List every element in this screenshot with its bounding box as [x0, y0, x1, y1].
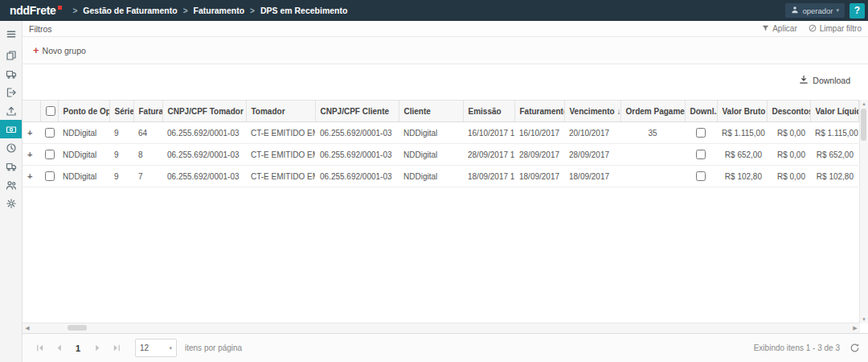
column-header-valor_bruto[interactable]: Valor Bruto: [717, 101, 767, 122]
cell-cliente: NDDigital: [399, 144, 463, 166]
cell-faturamento: 18/09/2017: [514, 166, 564, 187]
column-header-expand[interactable]: [23, 101, 40, 122]
refresh-icon[interactable]: [850, 343, 860, 353]
cell-download: [685, 122, 717, 144]
cell-fatura: 64: [133, 122, 162, 144]
cell-cliente: NDDigital: [399, 122, 463, 144]
download-icon: [799, 75, 809, 86]
history-icon[interactable]: [0, 138, 22, 157]
first-page-button[interactable]: [31, 339, 48, 357]
expand-row-button[interactable]: +: [23, 166, 40, 187]
breadcrumb-item-gestao[interactable]: Gestão de Faturamento: [83, 6, 177, 15]
pager: 1 12 ▾ itens por página Exibindo itens 1…: [23, 333, 868, 362]
cell-cnpj_tomador: 06.255.692/0001-03: [162, 144, 246, 166]
cell-cnpj_tomador: 06.255.692/0001-03: [162, 166, 246, 187]
current-page[interactable]: 1: [69, 343, 87, 353]
cell-serie: 9: [109, 166, 133, 187]
column-header-tomador[interactable]: Tomador: [246, 101, 315, 122]
row-checkbox[interactable]: [45, 150, 55, 159]
plus-icon: +: [33, 47, 39, 55]
last-page-button[interactable]: [108, 339, 125, 357]
page-size-select[interactable]: 12 ▾: [135, 339, 177, 357]
select-all-checkbox[interactable]: [46, 106, 55, 116]
cell-valor_bruto: R$ 652,00: [717, 144, 767, 166]
apply-filter-button[interactable]: Aplicar: [762, 24, 797, 34]
download-checkbox[interactable]: [696, 150, 706, 159]
column-header-faturamento[interactable]: Faturamento: [514, 101, 564, 122]
column-header-fatura[interactable]: Fatura: [133, 101, 162, 122]
chevron-right-icon: >: [183, 6, 188, 15]
vertical-scrollbar-thumb[interactable]: [861, 109, 866, 141]
download-checkbox[interactable]: [696, 171, 706, 181]
app-logo[interactable]: nddFrete: [0, 4, 73, 17]
horizontal-scrollbar[interactable]: ◀ ▶: [23, 323, 860, 333]
column-header-vencimento[interactable]: Vencimento ↓: [564, 101, 620, 122]
filter-group-bar: + Novo grupo: [23, 37, 868, 64]
column-header-check[interactable]: [40, 101, 58, 122]
expand-row-button[interactable]: +: [23, 122, 40, 144]
next-page-button[interactable]: [88, 339, 106, 357]
export-icon[interactable]: [0, 101, 22, 120]
cell-tomador: CT-E EMITIDO EM A...: [246, 122, 315, 144]
items-per-page-label: itens por página: [185, 343, 242, 352]
cell-serie: 9: [109, 144, 133, 166]
column-header-emissao[interactable]: Emissão: [463, 101, 514, 122]
column-header-serie[interactable]: Série: [109, 101, 133, 122]
cell-valor_liquido: R$ 1.115,00: [810, 122, 858, 144]
vertical-scrollbar[interactable]: ▲ ▼: [859, 100, 868, 323]
column-header-valor_liquido[interactable]: Valor Líquido: [810, 101, 858, 122]
cell-vencimento: 18/09/2017: [564, 166, 620, 187]
users-icon[interactable]: [0, 175, 22, 194]
billing-icon[interactable]: [0, 120, 22, 138]
sign-out-icon[interactable]: [0, 83, 22, 101]
column-header-descontos[interactable]: Descontos: [767, 101, 810, 122]
cell-emissao: 16/10/2017 14:39: [463, 122, 514, 144]
expand-row-button[interactable]: +: [23, 144, 40, 166]
column-header-ordem[interactable]: Ordem Pagamento: [620, 101, 685, 122]
column-header-cnpj_tomador[interactable]: CNPJ/CPF Tomador: [162, 101, 246, 122]
help-button[interactable]: ?: [850, 3, 865, 19]
cell-emissao: 18/09/2017 14:35: [463, 166, 514, 187]
cell-ordem: [620, 144, 685, 166]
grid-header-row: Ponto de Ope...SérieFaturaCNPJ/CPF Tomad…: [23, 101, 858, 122]
column-header-cnpj_cliente[interactable]: CNPJ/CPF Cliente: [315, 101, 399, 122]
column-header-cliente[interactable]: Cliente: [399, 101, 463, 122]
breadcrumb: > Gestão de Faturamento > Faturamento > …: [73, 6, 348, 15]
cell-descontos: R$ 0,00: [767, 166, 810, 187]
scroll-up-icon[interactable]: ▲: [860, 100, 868, 108]
clear-filter-button[interactable]: Limpar filtro: [809, 24, 862, 34]
app-logo-text: nddFrete: [10, 4, 56, 17]
scroll-right-icon[interactable]: ▶: [850, 323, 860, 332]
chevron-right-icon: >: [73, 6, 78, 15]
download-checkbox[interactable]: [696, 128, 706, 138]
column-header-ponto[interactable]: Ponto de Ope...: [58, 101, 109, 122]
cell-emissao: 28/09/2017 18:09: [463, 144, 514, 166]
row-checkbox[interactable]: [45, 128, 55, 138]
column-header-download[interactable]: Downl...: [685, 101, 717, 122]
chevron-right-icon: >: [250, 6, 255, 15]
user-menu-button[interactable]: operador ▾: [785, 3, 845, 18]
cell-cnpj_cliente: 06.255.692/0001-03: [315, 166, 399, 187]
copy-icon[interactable]: [0, 46, 22, 64]
cell-valor_bruto: R$ 102,80: [717, 166, 767, 187]
chevron-down-icon: ▾: [836, 7, 839, 14]
cell-faturamento: 16/10/2017: [514, 122, 564, 144]
scroll-left-icon[interactable]: ◀: [23, 323, 32, 332]
breadcrumb-item-dps[interactable]: DPS em Recebimento: [260, 6, 348, 15]
row-checkbox[interactable]: [45, 171, 55, 181]
scroll-down-icon[interactable]: ▼: [860, 315, 868, 323]
previous-page-button[interactable]: [50, 339, 68, 357]
horizontal-scrollbar-thumb[interactable]: [68, 325, 87, 331]
cell-vencimento: 20/10/2017: [564, 122, 620, 144]
delivery-icon[interactable]: [0, 157, 22, 175]
table-row: +NDDigital9806.255.692/0001-03CT-E EMITI…: [23, 144, 858, 166]
table-row: +NDDigital96406.255.692/0001-03CT-E EMIT…: [23, 122, 858, 144]
settings-icon[interactable]: [0, 194, 22, 212]
cell-check: [40, 166, 58, 187]
cell-download: [685, 166, 717, 187]
truck-icon[interactable]: [0, 64, 22, 83]
breadcrumb-item-faturamento[interactable]: Faturamento: [193, 6, 244, 15]
download-button[interactable]: Download: [794, 74, 855, 87]
new-group-button[interactable]: + Novo grupo: [33, 46, 86, 56]
menu-icon[interactable]: [0, 25, 22, 43]
